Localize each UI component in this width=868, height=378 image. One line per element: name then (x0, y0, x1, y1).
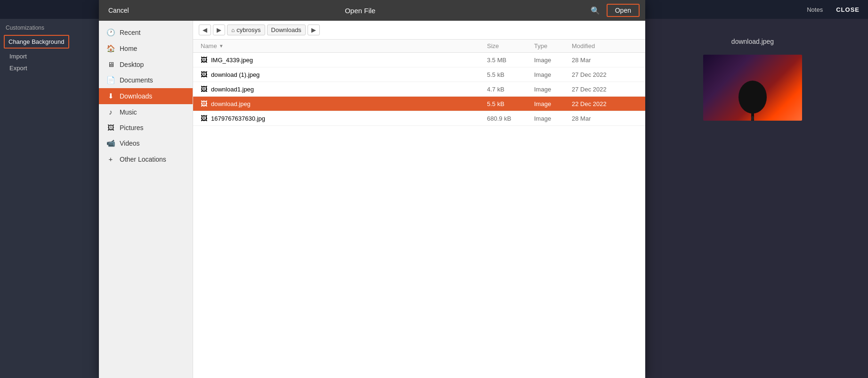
file-type: Image (534, 57, 572, 64)
filelist-header: Name ▼ Size Type Modified (193, 40, 645, 53)
type-column-header[interactable]: Type (534, 42, 572, 49)
file-name: IMG_4339.jpeg (211, 57, 253, 64)
file-size: 680.9 kB (487, 115, 534, 122)
sidebar-item-pictures[interactable]: 🖼 Pictures (99, 120, 193, 135)
sidebar-icon-home: 🏠 (106, 44, 115, 53)
dialog-sidebar: 🕐 Recent 🏠 Home 🖥 Desktop 📄 Documents ⬇ … (99, 21, 193, 378)
breadcrumb-back-button[interactable]: ◀ (199, 25, 211, 35)
sidebar-icon-other-locations: + (106, 155, 115, 163)
dialog-titlebar: Cancel Open File 🔍 Open (99, 0, 645, 21)
sidebar-label-home: Home (120, 45, 137, 52)
breadcrumb-location[interactable]: ⌂ cybrosys (227, 25, 265, 35)
file-type: Image (534, 86, 572, 93)
name-column-header[interactable]: Name ▼ (201, 42, 487, 49)
breadcrumb-forward-button[interactable]: ▶ (213, 25, 225, 35)
file-name-cell: 🖼 download1.jpeg (201, 85, 487, 93)
sidebar-item-other-locations[interactable]: + Other Locations (99, 151, 193, 167)
home-crumb-icon: ⌂ (231, 27, 235, 33)
file-name-cell: 🖼 IMG_4339.jpeg (201, 56, 487, 64)
sidebar-item-desktop[interactable]: 🖥 Desktop (99, 57, 193, 72)
file-type: Image (534, 115, 572, 122)
tree-silhouette (734, 74, 771, 121)
sidebar-label-videos: Videos (120, 140, 140, 147)
breadcrumb-location-name: cybrosys (236, 26, 260, 33)
file-name-cell: 🖼 1679767637630.jpg (201, 115, 487, 122)
dialog-title: Open File (345, 7, 375, 15)
table-row[interactable]: 🖼 download.jpeg 5.5 kB Image 22 Dec 2022 (193, 97, 645, 111)
sidebar-icon-pictures: 🖼 (106, 123, 115, 131)
notes-label: Notes (807, 6, 823, 13)
open-file-dialog: Cancel Open File 🔍 Open 🕐 Recent 🏠 Home … (99, 0, 645, 378)
sidebar-label-documents: Documents (120, 76, 153, 84)
dialog-titlebar-right: 🔍 Open (588, 4, 640, 17)
file-name-cell: 🖼 download (1).jpeg (201, 71, 487, 78)
file-modified: 28 Mar (572, 57, 638, 64)
sidebar-icon-documents: 📄 (106, 76, 115, 84)
file-name: download.jpeg (211, 100, 251, 107)
sidebar-item-music[interactable]: ♪ Music (99, 104, 193, 120)
file-name-cell: 🖼 download.jpeg (201, 100, 487, 107)
breadcrumb-expand-button[interactable]: ▶ (308, 25, 320, 35)
export-button[interactable]: Export (0, 62, 99, 74)
file-size: 5.5 kB (487, 71, 534, 78)
table-row[interactable]: 🖼 download (1).jpeg 5.5 kB Image 27 Dec … (193, 67, 645, 82)
size-column-header[interactable]: Size (487, 42, 534, 49)
sidebar-label-desktop: Desktop (120, 61, 144, 68)
import-button[interactable]: Import (0, 50, 99, 62)
breadcrumb-bar: ◀ ▶ ⌂ cybrosys Downloads ▶ (193, 21, 645, 40)
preview-panel: download.jpeg (637, 19, 868, 378)
sidebar-icon-desktop: 🖥 (106, 60, 115, 68)
svg-point-1 (738, 81, 767, 114)
file-icon: 🖼 (201, 100, 207, 107)
customizations-panel: Customizations Change Background Import … (0, 19, 99, 78)
sidebar-label-music: Music (120, 108, 137, 116)
sidebar-item-videos[interactable]: 📹 Videos (99, 135, 193, 151)
file-modified: 27 Dec 2022 (572, 71, 638, 78)
file-icon: 🖼 (201, 56, 207, 64)
file-modified: 28 Mar (572, 115, 638, 122)
sidebar-icon-music: ♪ (106, 108, 115, 116)
table-row[interactable]: 🖼 IMG_4339.jpeg 3.5 MB Image 28 Mar (193, 53, 645, 67)
file-name: download1.jpeg (211, 86, 254, 93)
sidebar-item-documents[interactable]: 📄 Documents (99, 72, 193, 88)
breadcrumb-current-name: Downloads (271, 26, 301, 33)
sidebar-icon-downloads: ⬇ (106, 92, 115, 100)
file-list: 🖼 IMG_4339.jpeg 3.5 MB Image 28 Mar 🖼 do… (193, 53, 645, 378)
file-icon: 🖼 (201, 85, 207, 93)
file-size: 5.5 kB (487, 100, 534, 107)
change-background-button[interactable]: Change Background (4, 35, 69, 49)
dialog-body: 🕐 Recent 🏠 Home 🖥 Desktop 📄 Documents ⬇ … (99, 21, 645, 378)
file-name: download (1).jpeg (211, 71, 260, 78)
preview-image (703, 55, 802, 121)
file-icon: 🖼 (201, 71, 207, 78)
file-name: 1679767637630.jpg (211, 115, 265, 122)
open-button[interactable]: Open (607, 4, 640, 17)
search-button[interactable]: 🔍 (588, 4, 603, 17)
file-size: 4.7 kB (487, 86, 534, 93)
svg-point-2 (751, 116, 754, 121)
modified-column-header[interactable]: Modified (572, 42, 638, 49)
file-size: 3.5 MB (487, 57, 534, 64)
sidebar-item-recent[interactable]: 🕐 Recent (99, 25, 193, 41)
sidebar-label-downloads: Downloads (120, 92, 152, 100)
preview-filename: download.jpeg (731, 38, 774, 45)
file-icon: 🖼 (201, 115, 207, 122)
customizations-title: Customizations (0, 23, 99, 35)
sidebar-label-recent: Recent (120, 29, 140, 36)
sidebar-label-pictures: Pictures (120, 124, 144, 131)
breadcrumb-current[interactable]: Downloads (267, 25, 306, 35)
close-button[interactable]: CLOSE (832, 4, 863, 15)
table-row[interactable]: 🖼 download1.jpeg 4.7 kB Image 27 Dec 202… (193, 82, 645, 97)
sidebar-item-downloads[interactable]: ⬇ Downloads (99, 88, 193, 104)
sidebar-icon-videos: 📹 (106, 139, 115, 148)
dialog-main: ◀ ▶ ⌂ cybrosys Downloads ▶ Name ▼ Size (193, 21, 645, 378)
file-modified: 22 Dec 2022 (572, 100, 638, 107)
cancel-button[interactable]: Cancel (105, 5, 133, 16)
file-type: Image (534, 71, 572, 78)
sidebar-item-home[interactable]: 🏠 Home (99, 41, 193, 57)
sidebar-label-other-locations: Other Locations (120, 156, 166, 163)
file-type: Image (534, 100, 572, 107)
file-modified: 27 Dec 2022 (572, 86, 638, 93)
table-row[interactable]: 🖼 1679767637630.jpg 680.9 kB Image 28 Ma… (193, 111, 645, 126)
sidebar-icon-recent: 🕐 (106, 28, 115, 37)
